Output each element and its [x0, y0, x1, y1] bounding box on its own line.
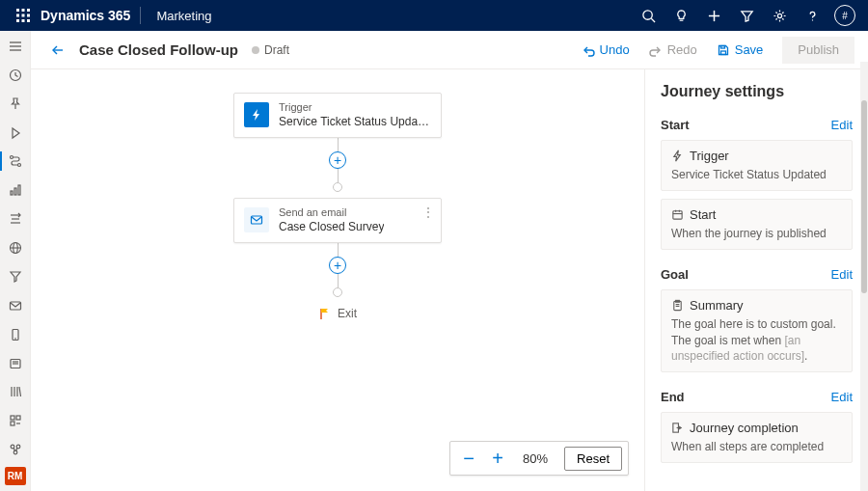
exit-label: Exit — [338, 307, 357, 320]
edit-goal-link[interactable]: Edit — [831, 267, 853, 282]
svg-rect-54 — [720, 45, 724, 48]
node-email-title: Case Closed Survey — [279, 220, 384, 234]
nav-analytics-icon[interactable] — [0, 178, 31, 202]
connector-line — [338, 274, 339, 287]
journey-settings-panel: Journey settings Start Edit Trigger Serv… — [644, 69, 868, 491]
product-name: Dynamics 365 — [39, 8, 140, 23]
zoom-in-button[interactable]: + — [485, 446, 510, 471]
nav-globe-icon[interactable] — [0, 236, 31, 259]
zoom-out-button[interactable]: − — [456, 446, 481, 471]
clipboard-icon — [671, 299, 684, 312]
node-overflow-icon[interactable]: ⋮ — [421, 208, 435, 216]
svg-rect-56 — [673, 211, 682, 219]
card-goal: Summary The goal here is to custom goal.… — [661, 289, 853, 372]
connector-dot — [333, 287, 342, 297]
status-chip: Draft — [252, 43, 289, 57]
page-header: Case Closed Follow-up Draft Undo Redo Sa… — [31, 31, 868, 69]
nav-form-icon[interactable] — [0, 352, 31, 375]
header-divider — [140, 7, 141, 24]
svg-rect-45 — [11, 422, 14, 425]
svg-line-10 — [651, 18, 655, 22]
svg-point-14 — [777, 14, 781, 17]
svg-rect-44 — [16, 416, 20, 420]
connector-line — [338, 169, 339, 182]
svg-rect-7 — [22, 19, 25, 22]
node-trigger-label: Trigger — [279, 101, 431, 115]
connector-dot — [333, 182, 342, 192]
zoom-reset-button[interactable]: Reset — [564, 447, 622, 471]
card-trigger: Trigger Service Ticket Status Updated — [661, 140, 853, 191]
page-actions: Undo Redo Save Publish — [574, 37, 854, 64]
search-icon[interactable] — [633, 0, 664, 31]
scrollbar-thumb[interactable] — [861, 100, 867, 293]
svg-point-15 — [811, 19, 812, 20]
save-button[interactable]: Save — [709, 37, 772, 64]
nav-flow-icon[interactable] — [0, 207, 31, 231]
node-email[interactable]: Send an email Case Closed Survey ⋮ — [233, 198, 442, 243]
card-goal-label: Summary — [690, 298, 744, 313]
nav-play-icon[interactable] — [0, 122, 31, 145]
email-icon — [244, 207, 269, 232]
status-label: Draft — [264, 43, 289, 57]
side-heading: Journey settings — [661, 83, 853, 100]
add-action-button-2[interactable]: + — [329, 257, 346, 274]
svg-point-47 — [11, 445, 14, 449]
nav-mail-icon[interactable] — [0, 294, 31, 317]
app-launcher-icon[interactable] — [8, 0, 39, 31]
redo-button: Redo — [641, 37, 705, 64]
account-avatar[interactable]: # — [829, 0, 860, 31]
section-end-title: End — [661, 390, 685, 404]
help-icon[interactable] — [797, 0, 827, 31]
node-trigger-title: Service Ticket Status Updated — [279, 115, 431, 129]
persona-badge[interactable]: RM — [5, 467, 26, 485]
section-goal-title: Goal — [661, 267, 689, 282]
nav-device-icon[interactable] — [0, 323, 31, 346]
svg-marker-21 — [13, 128, 19, 138]
edit-end-link[interactable]: Edit — [831, 390, 853, 404]
undo-button[interactable]: Undo — [574, 37, 637, 64]
svg-point-22 — [10, 156, 13, 159]
zoom-control: − + 80% Reset — [449, 441, 629, 476]
connector-line — [338, 138, 339, 151]
calendar-icon — [671, 208, 684, 221]
global-top-bar: Dynamics 365 Marketing # — [0, 0, 868, 31]
svg-rect-0 — [16, 9, 19, 12]
nav-connections-icon[interactable] — [0, 438, 31, 461]
filter-icon[interactable] — [731, 0, 762, 31]
svg-rect-24 — [11, 191, 13, 195]
nav-library-icon[interactable] — [0, 381, 31, 404]
top-actions: # — [633, 0, 860, 31]
card-start-label: Start — [690, 207, 716, 222]
svg-point-23 — [17, 164, 20, 167]
card-start-value: When the journey is published — [671, 226, 842, 241]
exit-icon — [671, 422, 684, 434]
edit-start-link[interactable]: Edit — [831, 118, 853, 132]
nav-journeys-icon[interactable] — [0, 150, 31, 174]
nav-filter2-icon[interactable] — [0, 265, 31, 288]
scrollbar-track[interactable] — [860, 62, 868, 491]
gear-icon[interactable] — [764, 0, 795, 31]
app-area-name[interactable]: Marketing — [147, 9, 221, 23]
node-trigger[interactable]: Trigger Service Ticket Status Updated — [233, 93, 442, 138]
svg-rect-53 — [720, 51, 725, 55]
svg-rect-8 — [27, 19, 30, 22]
add-action-button-1[interactable]: + — [329, 151, 346, 169]
back-button[interactable] — [44, 37, 71, 64]
publish-button: Publish — [782, 37, 854, 64]
svg-line-51 — [15, 448, 16, 450]
journey-canvas[interactable]: Trigger Service Ticket Status Updated + — [31, 69, 644, 491]
svg-line-50 — [14, 448, 14, 450]
svg-rect-26 — [18, 185, 20, 195]
svg-rect-43 — [11, 416, 14, 420]
left-nav: RM — [0, 31, 31, 491]
card-goal-value: The goal here is to custom goal. The goa… — [671, 316, 842, 364]
nav-segments-icon[interactable] — [0, 409, 31, 432]
nav-pinned-icon[interactable] — [0, 93, 31, 116]
nav-hamburger-icon[interactable] — [0, 35, 31, 58]
section-start-title: Start — [661, 118, 690, 132]
svg-point-9 — [642, 10, 651, 18]
add-icon[interactable] — [698, 0, 729, 31]
nav-recent-icon[interactable] — [0, 64, 31, 87]
lightbulb-icon[interactable] — [665, 0, 696, 31]
node-email-label: Send an email — [279, 206, 384, 220]
